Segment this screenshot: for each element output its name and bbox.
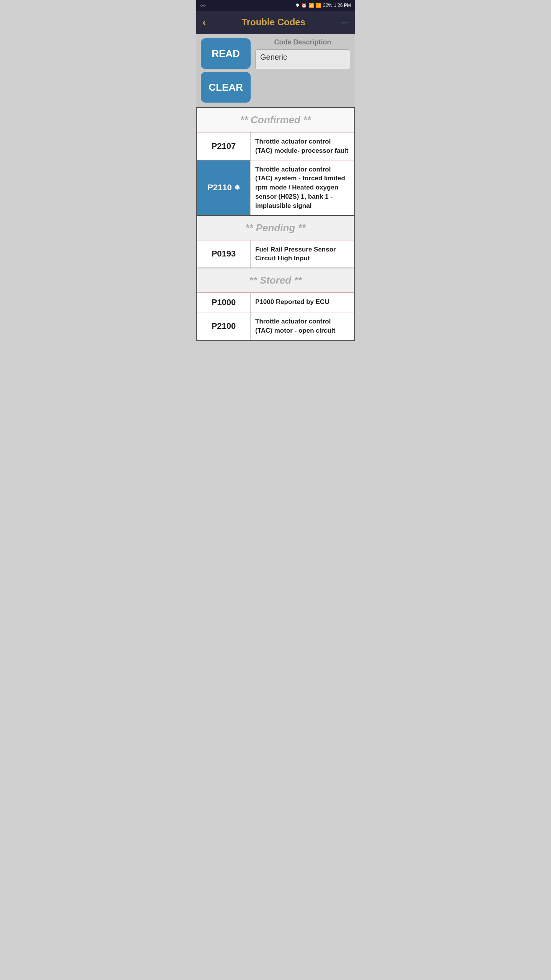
page-title: Trouble Codes [241,17,305,28]
dtc-description: Throttle actuator control (TAC) motor - … [255,318,335,334]
description-cell: Fuel Rail Pressure Sensor Circuit High I… [251,240,354,268]
dtc-code: P0193 [212,249,236,259]
stored-section-header: ** Stored ** [197,268,354,292]
dtc-code: P2100 [212,321,236,331]
status-left: ○○ [200,3,206,8]
pending-label: ** Pending ** [245,222,305,234]
bluetooth-icon: ✱ [296,3,300,8]
dtc-code: P2110 [207,183,232,193]
codes-table: ** Confirmed ** P2107 Throttle actuator … [196,107,355,341]
back-button[interactable]: ‹ [202,17,206,28]
description-cell: Throttle actuator control (TAC) system -… [251,160,354,215]
dtc-code: P1000 [212,297,236,307]
dtc-description: Throttle actuator control (TAC) module- … [255,138,348,154]
button-group: READ CLEAR [201,38,251,103]
pending-section-header: ** Pending ** [197,215,354,240]
code-cell: P2100 [197,312,251,340]
table-row[interactable]: P0193 Fuel Rail Pressure Sensor Circuit … [197,240,354,268]
dtc-description: P1000 Reported by ECU [255,298,329,305]
clear-button[interactable]: CLEAR [201,72,251,103]
confirmed-label: ** Confirmed ** [240,114,311,126]
time-text: 1:26 PM [334,3,351,8]
table-row[interactable]: P2110 ❅ Throttle actuator control (TAC) … [197,160,354,215]
freeze-frame-icon: ❅ [234,183,240,192]
description-cell: P1000 Reported by ECU [251,293,354,312]
code-cell: P2107 [197,132,251,160]
code-description-value: Generic [255,49,350,69]
controls-area: READ CLEAR Code Description Generic [196,34,355,107]
table-row[interactable]: P2100 Throttle actuator control (TAC) mo… [197,312,354,340]
description-cell: Throttle actuator control (TAC) motor - … [251,312,354,340]
dtc-code: P2107 [212,141,236,151]
code-description-label: Code Description [255,38,350,46]
dtc-description: Fuel Rail Pressure Sensor Circuit High I… [255,246,336,262]
table-row[interactable]: P1000 P1000 Reported by ECU [197,292,354,312]
code-description-area: Code Description Generic [255,38,350,69]
header: ‹ Trouble Codes — [196,11,355,34]
wifi-icon: 📶 [308,3,314,8]
status-bar: ○○ ✱ ⏰ 📶 📶 32% 1:26 PM [196,0,355,11]
confirmed-section-header: ** Confirmed ** [197,108,354,132]
alarm-icon: ⏰ [301,3,307,8]
description-cell: Throttle actuator control (TAC) module- … [251,132,354,160]
code-cell: P0193 [197,240,251,268]
signal-icon: 📶 [316,3,321,8]
status-right: ✱ ⏰ 📶 📶 32% 1:26 PM [296,3,351,8]
code-cell: P1000 [197,293,251,312]
dtc-description: Throttle actuator control (TAC) system -… [255,166,345,209]
battery-text: 32% [323,3,332,8]
code-cell-highlighted: P2110 ❅ [197,160,251,215]
stored-label: ** Stored ** [249,274,302,286]
read-button[interactable]: READ [201,38,251,69]
minimize-button[interactable]: — [341,18,349,26]
table-row[interactable]: P2107 Throttle actuator control (TAC) mo… [197,132,354,160]
